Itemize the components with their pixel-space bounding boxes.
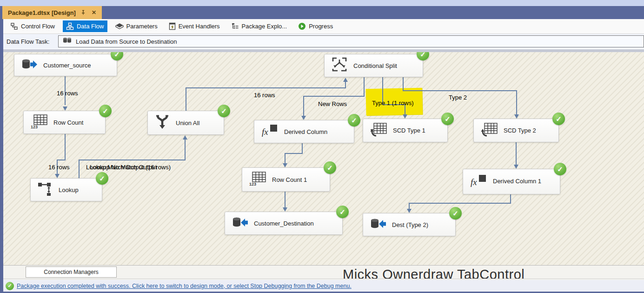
node-label: Customer_source	[43, 62, 91, 69]
connector-segment	[403, 77, 404, 91]
connector-arrow	[183, 135, 187, 140]
node-scd-type-1[interactable]: SCD Type 1	[363, 119, 448, 142]
scd-icon	[370, 122, 387, 139]
tab-progress[interactable]: Progress	[295, 20, 336, 32]
control-flow-icon	[10, 22, 18, 30]
progress-icon	[298, 22, 306, 30]
connector-segment	[285, 192, 285, 208]
node-label: Row Count	[53, 119, 83, 126]
success-check-icon	[96, 172, 108, 185]
connector-segment	[185, 139, 186, 160]
node-derived-column[interactable]: fx Derived Column	[254, 120, 354, 143]
connector-segment	[364, 77, 365, 97]
connector-segment	[186, 87, 186, 111]
connector-segment	[79, 160, 80, 178]
connector-segment	[186, 87, 346, 88]
tabcontrol-watermark: Micks Ownerdraw TabControl	[343, 267, 524, 280]
connector-segment	[285, 153, 303, 154]
connector-segment	[510, 194, 511, 204]
edge-label: 16 rows	[57, 90, 78, 97]
close-icon[interactable]	[91, 9, 97, 16]
union-all-icon	[154, 114, 170, 131]
connector-segment	[285, 153, 285, 164]
lookup-icon	[37, 181, 53, 198]
edge-label: Lookup No Match Output	[90, 164, 157, 171]
node-label: Row Count 1	[272, 176, 307, 183]
success-check-icon	[324, 161, 336, 174]
connector-arrow	[283, 163, 287, 167]
conditional-split-icon	[331, 56, 348, 75]
node-row-count-1[interactable]: 123 Row Count 1	[242, 167, 330, 192]
success-check-icon	[6, 282, 14, 290]
success-check-icon	[441, 113, 454, 125]
node-scd-type-2[interactable]: SCD Type 2	[473, 119, 559, 142]
oledb-destination-icon	[232, 216, 248, 231]
connector-segment	[403, 90, 517, 91]
scd-icon	[480, 122, 498, 139]
connector-segment	[65, 134, 66, 160]
tab-data-flow[interactable]: Data Flow	[63, 20, 107, 32]
node-conditional-split[interactable]: Conditional Split	[324, 54, 423, 77]
data-flow-task-row: Data Flow Task: Load Data from Source to…	[3, 34, 644, 49]
row-divider	[3, 279, 644, 279]
node-lookup[interactable]: Lookup	[30, 178, 102, 201]
data-flow-task-icon	[62, 36, 72, 47]
connector-arrow	[403, 114, 407, 119]
success-check-icon	[99, 105, 112, 117]
pin-icon[interactable]	[80, 9, 86, 16]
node-label: Lookup	[59, 186, 79, 193]
success-check-icon	[336, 206, 349, 218]
connector-segment	[57, 160, 66, 160]
data-flow-task-dropdown[interactable]: Load Data from Source to Destination	[58, 35, 644, 47]
document-tab[interactable]: Package1.dtsx [Design]	[2, 6, 102, 19]
connector-arrow	[283, 207, 287, 212]
connection-managers-row: Connection Managers Micks Ownerdraw TabC…	[3, 265, 644, 280]
document-tab-bar: Package1.dtsx [Design]	[0, 6, 644, 19]
node-label: Customer_Destination	[254, 220, 314, 227]
tab-event-handlers[interactable]: Event Handlers	[166, 20, 223, 32]
connector-arrow	[514, 165, 518, 169]
connector-segment	[516, 90, 517, 115]
document-tab-title: Package1.dtsx [Design]	[8, 9, 76, 16]
connector-arrow	[514, 114, 519, 119]
ssis-designer-window: Package1.dtsx [Design] Control Flow Data…	[0, 0, 644, 293]
node-dest-type-2[interactable]: Dest (Type 2)	[363, 213, 456, 236]
node-label: Derived Column 1	[493, 178, 541, 185]
node-row-count[interactable]: 123 Row Count	[23, 111, 106, 134]
connection-managers-tab[interactable]: Connection Managers	[26, 266, 117, 278]
svg-text:123: 123	[249, 182, 256, 186]
connector-segment	[302, 143, 303, 154]
node-union-all[interactable]: Union All	[147, 111, 224, 135]
row-count-icon: 123	[249, 171, 266, 188]
tab-parameters[interactable]: Parameters	[112, 21, 161, 32]
derived-column-icon: fx	[470, 174, 487, 190]
node-label: SCD Type 2	[504, 127, 536, 134]
edge-label: 16 rows	[48, 164, 70, 171]
svg-text:123: 123	[31, 125, 38, 129]
connector-arrow	[63, 107, 67, 111]
success-check-icon	[218, 105, 230, 117]
edge-label: Type 2	[449, 94, 467, 101]
node-customer-destination[interactable]: Customer_Destination	[225, 212, 343, 235]
node-customer-source[interactable]: Customer_source	[14, 54, 117, 76]
connector-arrow	[55, 174, 60, 178]
stop-debugging-link[interactable]: Package execution completed with success…	[17, 283, 352, 289]
designer-view-tabs: Control Flow Data Flow Parameters Event …	[3, 19, 644, 34]
edge-label: 16 rows	[254, 92, 275, 99]
tab-control-flow[interactable]: Control Flow	[7, 20, 58, 32]
parameters-icon	[115, 23, 124, 30]
oledb-destination-icon	[370, 218, 386, 232]
package-explorer-icon	[231, 23, 239, 30]
tab-package-explorer[interactable]: Package Explo...	[228, 21, 291, 32]
connector-segment	[516, 142, 517, 165]
success-check-icon	[449, 207, 462, 220]
connector-arrow	[407, 209, 412, 213]
data-flow-design-surface[interactable]: 16 rows 16 rows Lookup Match Output (16 …	[3, 52, 644, 265]
connector-segment	[303, 96, 365, 97]
node-derived-column-1[interactable]: fx Derived Column 1	[463, 169, 560, 194]
node-label: Union All	[176, 120, 199, 127]
node-label: Dest (Type 2)	[392, 221, 428, 228]
connector-segment	[409, 203, 511, 204]
debug-status-bar: Package execution completed with success…	[3, 280, 644, 292]
success-check-icon	[552, 113, 565, 125]
